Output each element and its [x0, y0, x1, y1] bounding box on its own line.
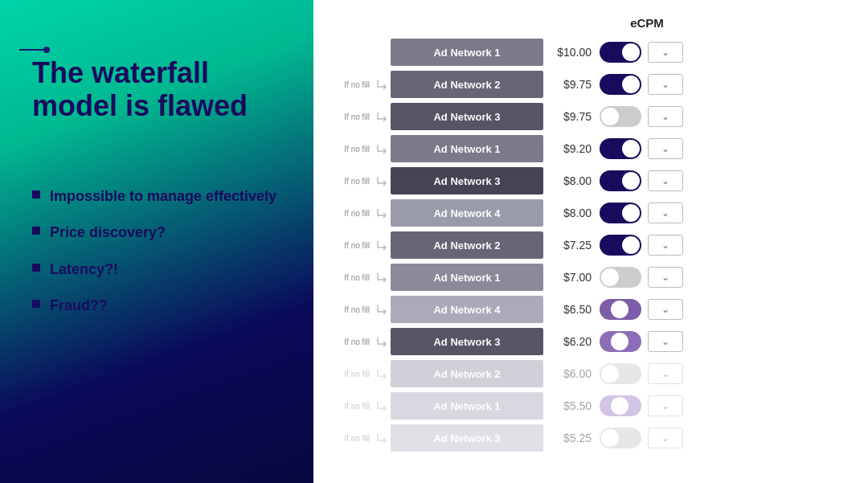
- arrow-connector: [375, 141, 391, 156]
- chevron-down-icon: ⌄: [661, 207, 669, 219]
- chevron-down-icon: ⌄: [661, 272, 669, 283]
- dropdown-box[interactable]: ⌄: [648, 395, 683, 416]
- chevron-down-icon: ⌄: [661, 47, 669, 58]
- toggle-knob: [601, 268, 619, 286]
- bullet-square: [32, 264, 40, 272]
- ecpm-value: $5.50: [543, 399, 600, 412]
- waterfall-row: If no fill Ad Network 3 $8.00 ⌄: [330, 165, 852, 197]
- waterfall-rows: Ad Network 1 $10.00 ⌄ If no fill Ad Netw…: [330, 36, 852, 454]
- dropdown-box[interactable]: ⌄: [648, 106, 683, 127]
- toggle-switch[interactable]: [600, 138, 641, 159]
- waterfall-row: If no fill Ad Network 4 $6.50 ⌄: [330, 293, 852, 325]
- dropdown-box[interactable]: ⌄: [648, 170, 683, 191]
- ecpm-value: $7.25: [543, 239, 600, 252]
- arrow-connector: [375, 238, 391, 252]
- waterfall-row: If no fill Ad Network 1 $7.00 ⌄: [330, 261, 852, 293]
- bullet-text: Price discovery?: [50, 223, 166, 242]
- network-bar: Ad Network 2: [391, 231, 543, 259]
- if-no-fill-label: If no fill: [330, 113, 370, 121]
- toggle-switch[interactable]: [600, 74, 641, 95]
- ecpm-value: $6.20: [543, 335, 600, 348]
- toggle-switch[interactable]: [600, 331, 641, 352]
- toggle-knob: [622, 236, 640, 254]
- toggle-knob: [622, 172, 640, 190]
- toggle-switch[interactable]: [600, 42, 641, 63]
- right-panel: eCPM Ad Network 1 $10.00 ⌄ If no fill Ad…: [313, 0, 868, 483]
- arrow-connector: [375, 431, 391, 445]
- toggle-switch[interactable]: [600, 106, 641, 127]
- toggle-knob: [622, 204, 640, 222]
- dropdown-box[interactable]: ⌄: [648, 363, 683, 384]
- ecpm-value: $8.00: [543, 174, 600, 187]
- arrow-connector: [375, 174, 391, 188]
- network-bar: Ad Network 2: [391, 360, 543, 387]
- toggle-switch[interactable]: [600, 395, 641, 416]
- arrow-dot: [43, 47, 50, 53]
- toggle-knob: [611, 333, 628, 350]
- toggle-switch[interactable]: [600, 299, 641, 320]
- dropdown-box[interactable]: ⌄: [648, 331, 683, 352]
- waterfall-row: If no fill Ad Network 3 $5.25 ⌄: [330, 422, 852, 454]
- dropdown-box[interactable]: ⌄: [648, 203, 683, 223]
- network-bar: Ad Network 1: [391, 392, 543, 420]
- ecpm-value: $9.20: [543, 142, 600, 155]
- toggle-switch[interactable]: [600, 170, 641, 191]
- dropdown-box[interactable]: ⌄: [648, 42, 683, 63]
- bullet-item-1: Price discovery?: [32, 223, 289, 242]
- waterfall-row: If no fill Ad Network 3 $6.20 ⌄: [330, 325, 852, 358]
- bullet-text: Latency?!: [50, 260, 118, 279]
- if-no-fill-label: If no fill: [330, 145, 370, 153]
- left-panel: The waterfall model is flawed Impossible…: [0, 0, 313, 483]
- network-bar: Ad Network 3: [391, 328, 543, 355]
- dropdown-box[interactable]: ⌄: [648, 138, 683, 159]
- waterfall-row: Ad Network 1 $10.00 ⌄: [330, 36, 852, 68]
- ecpm-value: $8.00: [543, 207, 600, 219]
- toggle-switch[interactable]: [600, 363, 641, 384]
- ecpm-value: $9.75: [543, 78, 600, 91]
- chevron-down-icon: ⌄: [661, 336, 669, 347]
- toggle-switch[interactable]: [600, 203, 641, 223]
- network-bar: Ad Network 2: [391, 71, 543, 98]
- dropdown-box[interactable]: ⌄: [648, 428, 683, 448]
- arrow-connector: [375, 270, 391, 284]
- arrow-connector: [375, 366, 391, 381]
- ecpm-value: $9.75: [543, 110, 600, 123]
- waterfall-row: If no fill Ad Network 2 $7.25 ⌄: [330, 229, 852, 261]
- toggle-knob: [622, 140, 640, 158]
- if-no-fill-label: If no fill: [330, 209, 370, 218]
- network-bar: Ad Network 3: [391, 424, 543, 452]
- network-bar: Ad Network 1: [391, 135, 543, 162]
- waterfall-row: If no fill Ad Network 3 $9.75 ⌄: [330, 100, 852, 133]
- ecpm-value: $5.25: [543, 432, 600, 444]
- chevron-down-icon: ⌄: [661, 368, 669, 379]
- dropdown-box[interactable]: ⌄: [648, 235, 683, 256]
- bullet-text: Fraud??: [50, 297, 108, 315]
- network-bar: Ad Network 4: [391, 199, 543, 227]
- network-bar: Ad Network 4: [391, 296, 543, 323]
- if-no-fill-label: If no fill: [330, 370, 370, 379]
- chevron-down-icon: ⌄: [661, 304, 669, 315]
- if-no-fill-label: If no fill: [330, 241, 370, 250]
- bullet-item-3: Fraud??: [32, 297, 289, 315]
- dropdown-box[interactable]: ⌄: [648, 74, 683, 95]
- dropdown-box[interactable]: ⌄: [648, 267, 683, 288]
- waterfall-row: If no fill Ad Network 1 $9.20 ⌄: [330, 133, 852, 165]
- bullet-list: Impossible to manage effectively Price d…: [32, 187, 289, 334]
- toggle-switch[interactable]: [600, 267, 641, 288]
- ecpm-value: $10.00: [543, 46, 600, 59]
- if-no-fill-label: If no fill: [330, 177, 370, 186]
- toggle-switch[interactable]: [600, 235, 641, 256]
- toggle-knob: [611, 301, 628, 318]
- bullet-item-0: Impossible to manage effectively: [32, 187, 289, 206]
- if-no-fill-label: If no fill: [330, 273, 370, 282]
- chevron-down-icon: ⌄: [661, 111, 669, 122]
- toggle-switch[interactable]: [600, 428, 641, 448]
- arrow-connector: [375, 302, 391, 317]
- bullet-square: [32, 190, 40, 199]
- ecpm-value: $6.50: [543, 303, 600, 316]
- if-no-fill-label: If no fill: [330, 434, 370, 443]
- bullet-text: Impossible to manage effectively: [50, 187, 276, 206]
- toggle-knob: [601, 429, 619, 447]
- dropdown-box[interactable]: ⌄: [648, 299, 683, 320]
- arrow-connector: [375, 206, 391, 220]
